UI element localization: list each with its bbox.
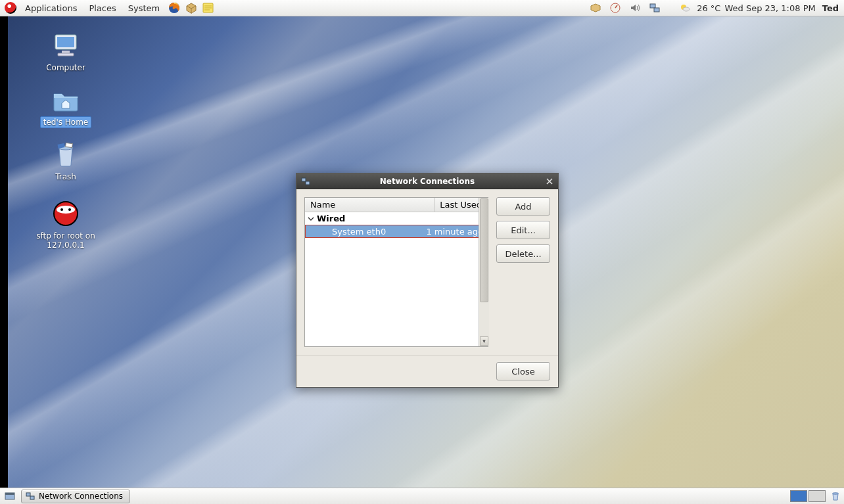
connection-list-wrap: Name Last Used Wired System eth0 1 minut…: [304, 197, 490, 347]
top-panel: Applications Places System 26 °C Wed: [0, 0, 844, 16]
svg-point-15: [57, 206, 75, 214]
connection-item[interactable]: System eth0 1 minute ago: [305, 225, 488, 238]
taskbar-item-icon: [26, 492, 35, 501]
scrollbar-down-arrow-icon[interactable]: ▾: [480, 336, 488, 346]
taskbar-item-label: Network Connections: [39, 492, 123, 501]
svg-point-24: [833, 493, 839, 494]
svg-rect-22: [26, 493, 30, 496]
vertical-scrollbar[interactable]: ▾: [479, 198, 489, 346]
svg-point-16: [60, 208, 63, 211]
svg-rect-9: [62, 51, 70, 53]
desktop-icon-label: Computer: [43, 62, 88, 73]
weather-icon[interactable]: [677, 0, 693, 16]
add-button[interactable]: Add: [496, 197, 550, 216]
top-panel-left: Applications Places System: [0, 0, 216, 16]
distro-logo-icon[interactable]: [3, 0, 18, 16]
dialog-side-buttons: Add Edit... Delete...: [496, 197, 550, 347]
desktop[interactable]: Computer ted's Home Trash sftp for root …: [0, 16, 844, 488]
volume-icon[interactable]: [627, 0, 643, 16]
desktop-icon-label: Trash: [53, 172, 79, 182]
network-connections-dialog: Network Connections Name Last Used Wired: [296, 173, 559, 388]
svg-rect-4: [654, 8, 659, 12]
dialog-body: Name Last Used Wired System eth0 1 minut…: [296, 189, 558, 355]
menu-system[interactable]: System: [123, 1, 165, 15]
dialog-footer: Close: [296, 355, 558, 387]
connection-name: System eth0: [306, 227, 426, 237]
column-headers: Name Last Used: [305, 198, 488, 212]
svg-point-17: [68, 208, 71, 211]
panel-user-menu[interactable]: Ted: [820, 3, 839, 13]
network-manager-icon[interactable]: [647, 0, 663, 16]
svg-rect-13: [66, 143, 73, 147]
desktop-icon-home[interactable]: ted's Home: [26, 83, 105, 128]
svg-rect-18: [302, 178, 306, 181]
svg-rect-23: [30, 496, 34, 499]
close-button[interactable]: Close: [496, 362, 550, 380]
dialog-title: Network Connections: [296, 177, 558, 186]
trash-icon: [50, 139, 82, 170]
workspace-2[interactable]: [809, 490, 826, 502]
menu-places[interactable]: Places: [83, 1, 121, 15]
svg-rect-10: [58, 53, 74, 56]
svg-rect-8: [57, 37, 74, 47]
cpu-monitor-icon[interactable]: [607, 0, 623, 16]
svg-rect-3: [650, 4, 655, 8]
show-desktop-icon[interactable]: [3, 489, 17, 503]
workspace-switcher[interactable]: [790, 490, 826, 502]
column-name[interactable]: Name: [305, 198, 434, 212]
screen-edge-left: [0, 16, 8, 488]
svg-rect-19: [306, 181, 310, 185]
group-label: Wired: [317, 214, 345, 223]
desktop-icon-label: sftp for root on 127.0.0.1: [26, 231, 105, 251]
delete-button[interactable]: Delete...: [496, 244, 550, 263]
workspace-1[interactable]: [790, 490, 807, 502]
desktop-icon-trash[interactable]: Trash: [26, 139, 105, 182]
close-icon[interactable]: [543, 175, 556, 188]
connection-list[interactable]: Name Last Used Wired System eth0 1 minut…: [304, 197, 488, 347]
computer-icon: [50, 30, 82, 61]
bottom-panel: Network Connections: [0, 488, 844, 504]
package-updater-icon[interactable]: [183, 0, 199, 16]
svg-rect-21: [5, 493, 14, 495]
firefox-icon[interactable]: [166, 0, 182, 16]
update-notifier-icon[interactable]: [588, 0, 603, 16]
sftp-location-icon: [50, 198, 82, 229]
dialog-title-icon: [300, 176, 311, 187]
edit-button[interactable]: Edit...: [496, 221, 550, 239]
trash-applet-icon[interactable]: [830, 490, 841, 502]
dialog-titlebar[interactable]: Network Connections: [296, 173, 558, 189]
panel-weather-temp[interactable]: 26 °C: [697, 3, 720, 13]
scrollbar-thumb[interactable]: [480, 198, 488, 302]
bottom-panel-right: [790, 490, 844, 502]
group-wired[interactable]: Wired: [305, 212, 488, 225]
menu-applications[interactable]: Applications: [20, 1, 82, 15]
home-folder-icon: [50, 83, 82, 115]
svg-point-6: [683, 7, 690, 11]
taskbar-item-network-connections[interactable]: Network Connections: [21, 490, 130, 503]
top-panel-right: 26 °C Wed Sep 23, 1:08 PM Ted: [588, 0, 844, 16]
panel-clock[interactable]: Wed Sep 23, 1:08 PM: [724, 3, 815, 13]
notes-icon[interactable]: [200, 0, 216, 16]
desktop-icon-sftp[interactable]: sftp for root on 127.0.0.1: [26, 198, 105, 251]
desktop-icon-label: ted's Home: [40, 116, 92, 128]
desktop-icon-computer[interactable]: Computer: [26, 30, 105, 73]
expander-icon[interactable]: [308, 216, 314, 222]
